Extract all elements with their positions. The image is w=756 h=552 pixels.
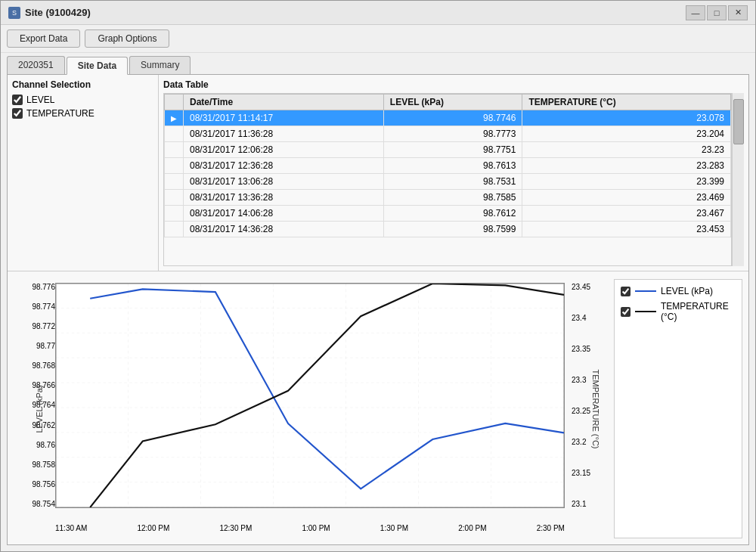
cell-level: 98.7751 (383, 142, 522, 158)
cell-temperature: 23.204 (522, 126, 731, 142)
cell-datetime: 08/31/2017 14:36:28 (184, 222, 384, 237)
y-left-tick-9: 98.76 (36, 441, 55, 449)
app-icon: S (8, 7, 20, 19)
title-bar: S Site (9100429) — □ ✕ (1, 1, 755, 25)
chart-legend: LEVEL (kPa) TEMPERATURE (°C) (614, 279, 742, 538)
channel-selection-title: Channel Selection (12, 79, 153, 90)
table-row[interactable]: ▶ 08/31/2017 11:14:17 98.7746 23.078 (165, 110, 731, 126)
row-indicator (165, 126, 184, 142)
cell-level: 98.7585 (383, 190, 522, 206)
svg-rect-3 (56, 284, 564, 507)
x-label-4: 1:00 PM (302, 524, 330, 532)
row-indicator: ▶ (165, 110, 184, 126)
main-content: Channel Selection LEVEL TEMPERATURE Data… (7, 74, 749, 545)
cell-temperature: 23.453 (522, 222, 731, 237)
channel-temperature-row: TEMPERATURE (12, 108, 153, 119)
channel-level-label: LEVEL (26, 95, 54, 105)
chart-area: LEVEL (kPa) (14, 279, 606, 538)
row-indicator (165, 222, 184, 237)
top-section: Channel Selection LEVEL TEMPERATURE Data… (8, 75, 748, 271)
data-table-title: Data Table (163, 79, 744, 90)
legend-temperature-checkbox[interactable] (621, 307, 631, 317)
table-row[interactable]: 08/31/2017 11:36:28 98.7773 23.204 (165, 126, 731, 142)
table-row[interactable]: 08/31/2017 12:06:28 98.7751 23.23 (165, 142, 731, 158)
table-row[interactable]: 08/31/2017 14:06:28 98.7612 23.467 (165, 206, 731, 222)
data-table-section: Data Table Date/Time LEVEL (kPa) TEMPERA… (159, 75, 748, 271)
table-row[interactable]: 08/31/2017 13:36:28 98.7585 23.469 (165, 190, 731, 206)
x-label-6: 2:00 PM (458, 524, 486, 532)
x-label-3: 12:30 PM (219, 524, 252, 532)
cell-level: 98.7613 (383, 158, 522, 174)
cell-level: 98.7531 (383, 174, 522, 190)
maximize-button[interactable]: □ (707, 5, 727, 20)
legend-temperature-line (635, 311, 656, 312)
legend-level-label: LEVEL (kPa) (661, 286, 713, 296)
x-label-5: 1:30 PM (380, 524, 408, 532)
toolbar: Export Data Graph Options (1, 25, 755, 53)
y-left-tick-2: 98.774 (32, 302, 55, 311)
channel-level-checkbox[interactable] (12, 95, 23, 105)
x-label-2: 12:00 PM (137, 524, 169, 532)
cell-temperature: 23.399 (522, 174, 731, 190)
col-temperature: TEMPERATURE (°C) (522, 95, 731, 110)
cell-level: 98.7746 (383, 110, 522, 126)
legend-level-line (635, 290, 656, 292)
y-left-tick-4: 98.77 (36, 342, 55, 350)
x-axis-labels: 11:30 AM 12:00 PM 12:30 PM 1:00 PM 1:30 … (55, 524, 565, 532)
y-left-tick-5: 98.768 (32, 361, 55, 370)
y-right-tick-6: 23.2 (572, 438, 586, 446)
minimize-button[interactable]: — (686, 5, 705, 20)
close-button[interactable]: ✕ (728, 5, 748, 20)
row-indicator (165, 206, 184, 222)
x-label-7: 2:30 PM (537, 524, 565, 532)
title-bar-left: S Site (9100429) (8, 7, 91, 19)
row-indicator (165, 174, 184, 190)
col-datetime: Date/Time (184, 95, 384, 110)
y-right-tick-5: 23.25 (572, 407, 590, 415)
table-row[interactable]: 08/31/2017 14:36:28 98.7599 23.453 (165, 222, 731, 237)
tab-2020351[interactable]: 2020351 (7, 56, 65, 74)
channel-level-row: LEVEL (12, 95, 153, 105)
y-right-tick-7: 23.15 (572, 469, 590, 477)
channel-temperature-checkbox[interactable] (12, 108, 23, 119)
title-controls: — □ ✕ (686, 5, 748, 20)
y-left-tick-11: 98.756 (32, 480, 55, 488)
graph-options-button[interactable]: Graph Options (85, 29, 169, 48)
y-right-tick-3: 23.35 (572, 345, 590, 353)
chart-section: LEVEL (kPa) (8, 271, 748, 544)
cell-datetime: 08/31/2017 13:06:28 (184, 174, 384, 190)
y-right-tick-1: 23.45 (572, 283, 590, 291)
cell-datetime: 08/31/2017 13:36:28 (184, 190, 384, 206)
tab-site-data[interactable]: Site Data (67, 57, 128, 75)
y-right-ticks: 23.45 23.4 23.35 23.3 23.25 23.2 23.15 2… (569, 283, 606, 508)
y-right-tick-4: 23.3 (572, 376, 586, 384)
col-level: LEVEL (kPa) (383, 95, 522, 110)
channel-temperature-label: TEMPERATURE (26, 108, 94, 119)
legend-temperature-label: TEMPERATURE (°C) (661, 301, 736, 322)
col-indicator (165, 95, 184, 110)
scrollbar-track[interactable] (732, 93, 744, 266)
row-indicator (165, 142, 184, 158)
chart-plot-area (55, 283, 565, 508)
cell-temperature: 23.283 (522, 158, 731, 174)
tab-summary[interactable]: Summary (129, 56, 191, 74)
y-right-label: TEMPERATURE (°C) (590, 369, 600, 448)
data-table-wrapper[interactable]: Date/Time LEVEL (kPa) TEMPERATURE (°C) ▶… (163, 93, 732, 266)
x-label-1: 11:30 AM (55, 524, 87, 532)
table-row[interactable]: 08/31/2017 13:06:28 98.7531 23.399 (165, 174, 731, 190)
row-indicator (165, 158, 184, 174)
scrollbar-thumb[interactable] (733, 99, 744, 144)
cell-temperature: 23.469 (522, 190, 731, 206)
data-table: Date/Time LEVEL (kPa) TEMPERATURE (°C) ▶… (164, 94, 731, 237)
y-left-label: LEVEL (kPa) (35, 385, 44, 433)
cell-temperature: 23.23 (522, 142, 731, 158)
y-left-tick-1: 98.776 (32, 283, 55, 291)
y-right-tick-8: 23.1 (572, 500, 586, 508)
main-window: S Site (9100429) — □ ✕ Export Data Graph… (0, 0, 756, 552)
cell-level: 98.7773 (383, 126, 522, 142)
row-indicator (165, 190, 184, 206)
export-data-button[interactable]: Export Data (7, 29, 80, 48)
table-row[interactable]: 08/31/2017 12:36:28 98.7613 23.283 (165, 158, 731, 174)
y-left-tick-12: 98.754 (32, 500, 55, 508)
legend-level-checkbox[interactable] (621, 287, 631, 296)
